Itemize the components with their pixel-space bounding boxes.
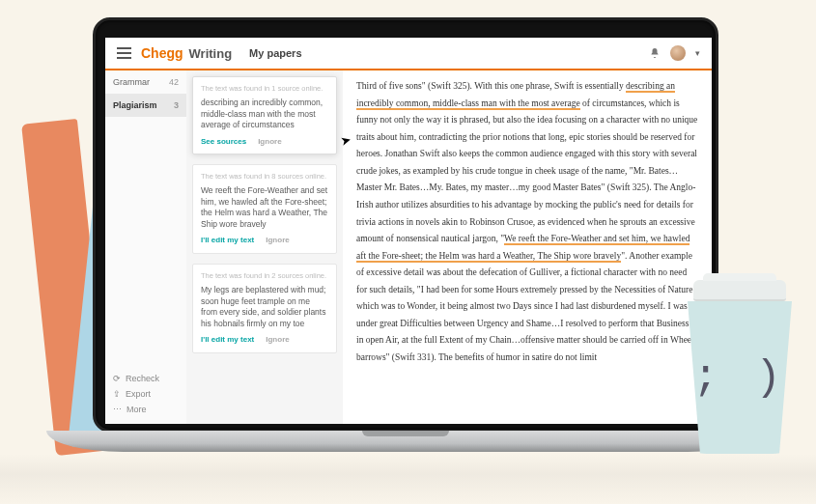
app-body: Grammar 42 Plagiarism 3 ⟳ Recheck ⇪ Expo…	[105, 70, 712, 424]
recheck-button[interactable]: ⟳ Recheck	[113, 374, 179, 383]
card-match-text: My legs are beplastered with mud; soon h…	[201, 285, 328, 329]
export-icon: ⇪	[113, 389, 121, 399]
sidebar-item-count: 3	[174, 100, 179, 110]
laptop-base	[46, 431, 765, 452]
plagiarism-card[interactable]: The text was found in 1 source online. d…	[192, 76, 337, 154]
decor-coffee-cup: ; )	[685, 280, 795, 483]
avatar[interactable]	[670, 45, 686, 61]
card-match-text: We reeft the Fore-Weather and set him, w…	[201, 185, 328, 230]
nav-my-papers[interactable]: My papers	[249, 47, 301, 59]
see-sources-link[interactable]: See sources	[201, 137, 246, 148]
refresh-icon: ⟳	[113, 374, 121, 383]
document-pane[interactable]: Third of five sons" (Swift 325). With th…	[343, 70, 712, 424]
cup-face: ; )	[692, 353, 786, 402]
plagiarism-card[interactable]: The text was found in 2 sources online. …	[192, 264, 337, 353]
ignore-link[interactable]: Ignore	[266, 335, 289, 346]
logo-brand[interactable]: Chegg	[141, 45, 183, 61]
sidebar-item-label: Grammar	[113, 77, 150, 87]
more-icon: ⋯	[113, 405, 122, 414]
ignore-link[interactable]: Ignore	[266, 236, 289, 246]
sidebar-bottom-actions: ⟳ Recheck ⇪ Export ⋯ More	[105, 368, 186, 424]
sidebar-item-grammar[interactable]: Grammar 42	[105, 70, 186, 94]
chevron-down-icon[interactable]: ▾	[695, 48, 700, 58]
ignore-link[interactable]: Ignore	[258, 137, 281, 148]
plagiarism-cards-column: The text was found in 1 source online. d…	[186, 70, 343, 424]
document-text: Third of five sons" (Swift 325). With th…	[356, 78, 698, 367]
card-source-text: The text was found in 8 sources online.	[201, 172, 328, 182]
sidebar-item-plagiarism[interactable]: Plagiarism 3	[105, 94, 186, 117]
notifications-icon[interactable]	[649, 46, 661, 60]
sidebar-item-label: Plagiarism	[113, 100, 157, 110]
card-match-text: describing an incredibly common, middle-…	[201, 98, 328, 130]
card-source-text: The text was found in 1 source online.	[201, 84, 328, 94]
sidebar-item-count: 42	[169, 77, 179, 87]
edit-my-text-link[interactable]: I'll edit my text	[201, 236, 254, 246]
cup-lid	[693, 280, 786, 301]
cup-body: ; )	[688, 301, 792, 454]
logo-product: Writing	[189, 46, 233, 61]
sidebar: Grammar 42 Plagiarism 3 ⟳ Recheck ⇪ Expo…	[105, 70, 186, 424]
export-button[interactable]: ⇪ Export	[113, 389, 179, 399]
more-button[interactable]: ⋯ More	[113, 405, 179, 414]
app-screen: Chegg Writing My papers ▾ Grammar 42 Pla…	[105, 38, 712, 424]
edit-my-text-link[interactable]: I'll edit my text	[201, 335, 254, 346]
card-source-text: The text was found in 2 sources online.	[201, 271, 328, 281]
plagiarism-card[interactable]: The text was found in 8 sources online. …	[192, 164, 337, 254]
app-header: Chegg Writing My papers ▾	[105, 38, 712, 70]
laptop-frame: Chegg Writing My papers ▾ Grammar 42 Pla…	[93, 17, 718, 433]
menu-icon[interactable]	[117, 47, 131, 59]
laptop-notch	[362, 431, 449, 436]
